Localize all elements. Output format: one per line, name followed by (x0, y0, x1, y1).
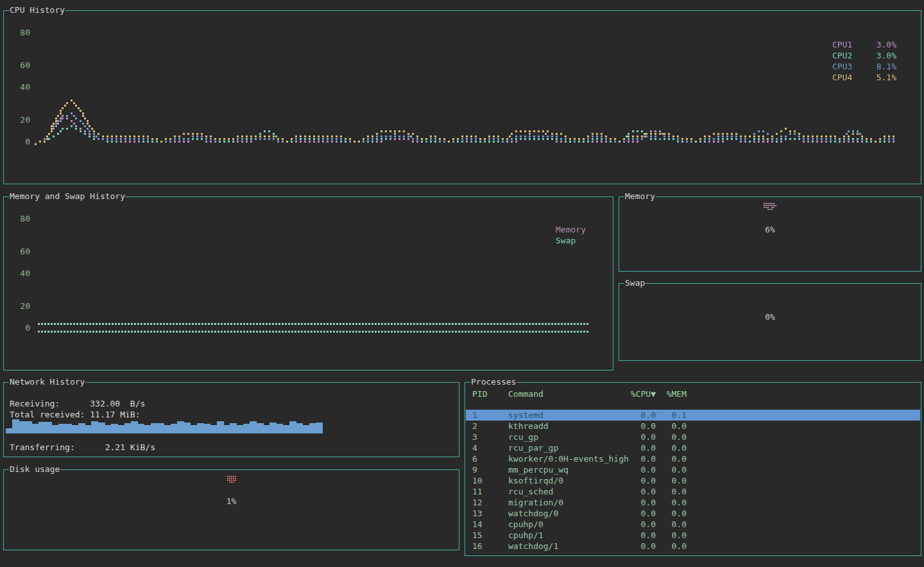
memory-panel: Memory 6% (619, 196, 921, 272)
process-row[interactable]: 3rcu_gp0.00.0 (466, 432, 920, 442)
process-mem: 0.1 (656, 410, 687, 421)
process-pid: 13 (472, 508, 508, 519)
cpu-legend-row-cpu2: CPU23.0% (832, 50, 896, 61)
process-pid: 3 (472, 432, 508, 442)
cpu-history-panel: CPU History 806040200 CPU13.0%CPU23.0%CP… (3, 10, 921, 184)
disk-gauge-dots (227, 476, 236, 483)
mem-axis-tick-60: 60 (16, 247, 30, 256)
process-cpu: 0.0 (628, 464, 656, 475)
memory-percent: 6% (619, 225, 921, 234)
mem-axis-tick-0: 0 (16, 324, 30, 333)
memory-title: Memory (624, 191, 656, 201)
network-history-title: Network History (9, 377, 85, 387)
mem-axis-tick-20: 20 (16, 302, 30, 311)
process-cpu: 0.0 (628, 421, 656, 432)
cpu-legend-row-cpu3: CPU38.1% (832, 61, 896, 72)
process-pid: 11 (472, 486, 508, 497)
memory-swap-legend: MemorySwap (556, 224, 586, 246)
process-mem: 0.0 (656, 421, 687, 432)
cpu-legend-name: CPU2 (832, 50, 866, 61)
process-cpu: 0.0 (628, 432, 656, 442)
process-cpu: 0.0 (628, 475, 656, 486)
process-row[interactable]: 10ksoftirqd/00.00.0 (466, 475, 920, 486)
process-pid: 12 (472, 497, 508, 508)
memory-swap-history-chart (35, 209, 593, 344)
process-cpu: 0.0 (628, 453, 656, 464)
process-row[interactable]: 15cpuhp/10.00.0 (466, 530, 920, 541)
process-row[interactable]: 6kworker/0:0H-events_high0.00.0 (466, 453, 920, 464)
disk-usage-panel: Disk usage 1% (3, 469, 459, 550)
process-command: rcu_gp (508, 432, 628, 442)
process-cpu: 0.0 (628, 508, 656, 519)
process-row[interactable]: 11rcu_sched0.00.0 (466, 486, 920, 497)
cpu-legend-value: 8.1% (866, 61, 896, 72)
cpu-legend-name: CPU3 (832, 61, 866, 72)
process-cpu: 0.0 (628, 519, 656, 530)
column-header-command[interactable]: Command (508, 388, 628, 399)
mem-axis-tick-80: 80 (16, 214, 30, 223)
process-mem: 0.0 (656, 442, 687, 453)
process-row[interactable]: 1systemd0.00.1 (466, 410, 920, 421)
memhist-legend-swap: Swap (556, 235, 586, 246)
cpu-legend-row-cpu1: CPU13.0% (832, 39, 896, 50)
process-command: cpuhp/1 (508, 530, 628, 541)
process-pid: 16 (472, 541, 508, 552)
process-command: cpuhp/0 (508, 519, 628, 530)
mem-axis-tick-40: 40 (16, 269, 30, 278)
process-row[interactable]: 13watchdog/00.00.0 (466, 508, 920, 519)
process-command: watchdog/0 (508, 508, 628, 519)
process-row[interactable]: 9mm_percpu_wq0.00.0 (466, 464, 920, 475)
cpu-axis-tick-60: 60 (16, 61, 30, 70)
processes-panel: Processes PID Command %CPU▼ %MEM 1system… (465, 382, 921, 556)
process-row[interactable]: 14cpuhp/00.00.0 (466, 519, 920, 530)
process-row[interactable]: 16watchdog/10.00.0 (466, 541, 920, 552)
memhist-legend-memory: Memory (556, 224, 586, 235)
memory-gauge-icon (619, 203, 921, 210)
network-receiving-text: Receiving: 332.00 B/s (10, 399, 145, 408)
cpu-axis-tick-40: 40 (16, 83, 30, 92)
memory-swap-history-title: Memory and Swap History (9, 191, 126, 201)
process-pid: 2 (472, 421, 508, 432)
cpu-history-title: CPU History (9, 5, 65, 15)
disk-usage-title: Disk usage (9, 464, 60, 474)
column-header-cpu[interactable]: %CPU▼ (628, 388, 656, 399)
process-row[interactable]: 12migration/00.00.0 (466, 497, 920, 508)
cpu-legend-value: 3.0% (866, 39, 896, 50)
process-mem: 0.0 (656, 432, 687, 442)
cpu-history-chart (35, 22, 898, 157)
process-cpu: 0.0 (628, 530, 656, 541)
process-pid: 15 (472, 530, 508, 541)
process-pid: 1 (472, 410, 508, 421)
process-mem: 0.0 (656, 541, 687, 552)
process-row[interactable]: 2kthreadd0.00.0 (466, 421, 920, 432)
swap-panel: Swap 0% (619, 283, 921, 361)
network-receive-sparkline (6, 418, 323, 435)
process-command: migration/0 (508, 497, 628, 508)
network-history-panel: Network History Receiving: 332.00 B/s To… (3, 382, 459, 457)
process-list: 1systemd0.00.12kthreadd0.00.03rcu_gp0.00… (466, 410, 920, 552)
disk-gauge-icon (4, 476, 459, 483)
column-header-pid[interactable]: PID (472, 388, 508, 399)
process-command: mm_percpu_wq (508, 464, 628, 475)
process-row[interactable]: 4rcu_par_gp0.00.0 (466, 442, 920, 453)
process-cpu: 0.0 (628, 410, 656, 421)
memory-swap-history-panel: Memory and Swap History 806040200 Memory… (3, 196, 613, 371)
process-pid: 10 (472, 475, 508, 486)
process-cpu: 0.0 (628, 486, 656, 497)
cpu-legend-value: 5.1% (866, 72, 896, 83)
process-command: kworker/0:0H-events_high (508, 453, 628, 464)
memory-gauge-dots (764, 203, 776, 210)
cpu-axis-tick-20: 20 (16, 116, 30, 125)
process-command: rcu_sched (508, 486, 628, 497)
cpu-legend-name: CPU1 (832, 39, 866, 50)
process-mem: 0.0 (656, 453, 687, 464)
cpu-legend-row-cpu4: CPU45.1% (832, 72, 896, 83)
process-mem: 0.0 (656, 475, 687, 486)
process-cpu: 0.0 (628, 497, 656, 508)
network-transferring-text: Transferring: 2.21 KiB/s (10, 443, 155, 452)
column-header-mem[interactable]: %MEM (656, 388, 687, 399)
swap-title: Swap (624, 278, 646, 288)
process-command: ksoftirqd/0 (508, 475, 628, 486)
process-command: rcu_par_gp (508, 442, 628, 453)
process-cpu: 0.0 (628, 442, 656, 453)
